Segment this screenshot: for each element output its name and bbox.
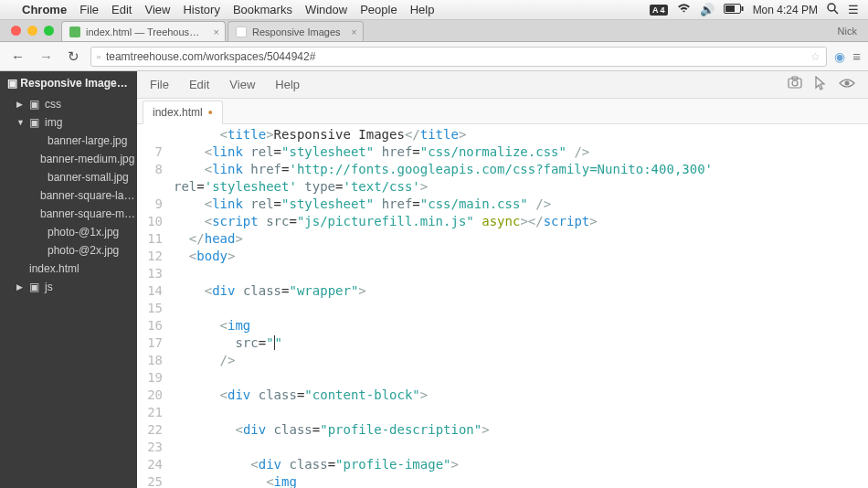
line-number: 13 — [137, 265, 174, 282]
code-content: <div class="content-block"> — [174, 387, 428, 404]
browser-toolbar: ← → ↻ ▫ teamtreehouse.com/workspaces/504… — [0, 42, 868, 71]
mac-menu-bookmarks[interactable]: Bookmarks — [233, 3, 292, 16]
zoom-window-button[interactable] — [44, 26, 54, 36]
bookmark-star-icon[interactable]: ☆ — [810, 50, 820, 63]
line-number: 16 — [137, 317, 174, 334]
window-controls — [4, 26, 61, 36]
disclosure-arrow-icon: ▶ — [16, 100, 24, 109]
minimize-window-button[interactable] — [27, 26, 37, 36]
mac-menu-edit[interactable]: Edit — [111, 3, 132, 16]
code-line[interactable]: 20 <div class="content-block"> — [137, 387, 868, 404]
tree-file[interactable]: photo-@1x.jpg — [0, 223, 137, 241]
code-line[interactable]: 17 src="" — [137, 334, 868, 352]
code-line[interactable]: 12 <body> — [137, 248, 868, 265]
tree-item-label: banner-square-m… — [40, 207, 135, 220]
editor-tab-active[interactable]: index.html • — [143, 101, 223, 124]
camera-icon[interactable] — [788, 76, 802, 93]
reload-button[interactable]: ↻ — [64, 47, 83, 67]
tree-folder[interactable]: ▶▣css — [0, 95, 137, 113]
tree-file[interactable]: photo-@2x.jpg — [0, 241, 137, 260]
battery-icon[interactable] — [724, 3, 744, 16]
favicon-icon — [69, 27, 80, 37]
tab-close-icon[interactable]: × — [351, 27, 356, 37]
tree-item-label: js — [45, 281, 53, 293]
wifi-icon[interactable] — [677, 3, 691, 16]
svg-point-3 — [828, 4, 835, 11]
browser-tab-active[interactable]: index.html — Treehouse … × — [61, 21, 226, 41]
code-line[interactable]: 23 — [137, 439, 868, 456]
code-line[interactable]: 11 </head> — [137, 230, 868, 248]
spotlight-icon[interactable] — [827, 3, 839, 17]
code-line[interactable]: <title>Responsive Images</title> — [137, 126, 868, 143]
browser-tab[interactable]: Responsive Images × — [228, 21, 364, 41]
mac-menu-window[interactable]: Window — [305, 3, 347, 16]
line-number: 15 — [137, 300, 174, 317]
mac-app-name[interactable]: Chrome — [22, 3, 67, 16]
code-line[interactable]: 7 <link rel="stylesheet" href="css/norma… — [137, 143, 868, 161]
chrome-menu-icon[interactable]: ≡ — [852, 48, 861, 64]
code-editor[interactable]: <title>Responsive Images</title>7 <link … — [137, 124, 868, 488]
tree-file[interactable]: index.html — [0, 260, 137, 278]
browser-tab-strip: index.html — Treehouse … × Responsive Im… — [0, 20, 868, 42]
code-line[interactable]: 18 /> — [137, 352, 868, 369]
volume-icon[interactable]: 🔊 — [700, 3, 715, 16]
tree-item-label: photo-@2x.jpg — [48, 244, 119, 257]
cursor-icon[interactable] — [815, 76, 826, 93]
tree-item-label: banner-small.jpg — [48, 171, 129, 184]
line-number: 25 — [137, 473, 174, 488]
editor-menu-file[interactable]: File — [150, 78, 169, 91]
code-content: <body> — [174, 248, 235, 265]
code-line[interactable]: 8 <link href='http://fonts.googleapis.co… — [137, 161, 868, 178]
code-line[interactable]: 10 <script src="js/picturefill.min.js" a… — [137, 213, 868, 230]
code-content: rel='stylesheet' type='text/css'> — [174, 178, 428, 196]
line-number: 7 — [137, 143, 174, 161]
code-line[interactable]: 16 <img — [137, 317, 868, 334]
code-content: <title>Responsive Images</title> — [174, 126, 466, 143]
code-line[interactable]: 15 — [137, 300, 868, 317]
code-content: <div class="profile-description"> — [174, 421, 490, 439]
line-number: 17 — [137, 334, 174, 352]
tree-folder[interactable]: ▼▣img — [0, 113, 137, 132]
tree-folder[interactable]: ▶▣js — [0, 278, 137, 296]
code-line[interactable]: 25 <img — [137, 473, 868, 488]
project-name[interactable]: ▣ Responsive Images -… — [0, 71, 137, 95]
mac-menu-people[interactable]: People — [360, 3, 397, 16]
tree-item-label: banner-medium.jpg — [40, 153, 134, 165]
close-window-button[interactable] — [11, 26, 21, 36]
code-line[interactable]: 22 <div class="profile-description"> — [137, 421, 868, 439]
code-line[interactable]: 21 — [137, 404, 868, 421]
mac-menu-view[interactable]: View — [144, 3, 170, 16]
tab-close-icon[interactable]: × — [214, 27, 219, 37]
profile-button[interactable]: Nick — [827, 26, 868, 37]
tree-file[interactable]: banner-square-m… — [0, 205, 137, 223]
line-number: 24 — [137, 456, 174, 473]
tree-file[interactable]: banner-square-la… — [0, 186, 137, 205]
editor-menu-help[interactable]: Help — [275, 78, 300, 91]
clock[interactable]: Mon 4:24 PM — [753, 4, 818, 16]
code-line[interactable]: 24 <div class="profile-image"> — [137, 456, 868, 473]
editor-area: File Edit View Help index.html • — [137, 71, 868, 488]
preview-eye-icon[interactable] — [839, 76, 855, 93]
code-content: <div class="profile-image"> — [174, 456, 459, 473]
editor-menu-edit[interactable]: Edit — [189, 78, 209, 91]
line-number: 20 — [137, 387, 174, 404]
disclosure-arrow-icon: ▶ — [16, 282, 24, 292]
mac-menu-help[interactable]: Help — [410, 3, 435, 16]
back-button[interactable]: ← — [7, 47, 28, 66]
forward-button[interactable]: → — [36, 47, 57, 66]
address-bar[interactable]: ▫ teamtreehouse.com/workspaces/5044942# … — [90, 47, 827, 67]
code-line[interactable]: rel='stylesheet' type='text/css'> — [137, 178, 868, 196]
code-line[interactable]: 19 — [137, 369, 868, 387]
tree-file[interactable]: banner-medium.jpg — [0, 150, 137, 168]
extension-icon[interactable]: ◉ — [834, 49, 845, 64]
mac-menu-file[interactable]: File — [79, 3, 99, 16]
mac-menu-history[interactable]: History — [183, 3, 219, 16]
tree-file[interactable]: banner-large.jpg — [0, 132, 137, 150]
adobe-badge-icon[interactable]: A 4 — [650, 5, 668, 16]
code-line[interactable]: 13 — [137, 265, 868, 282]
tree-file[interactable]: banner-small.jpg — [0, 168, 137, 186]
code-line[interactable]: 14 <div class="wrapper"> — [137, 282, 868, 300]
code-line[interactable]: 9 <link rel="stylesheet" href="css/main.… — [137, 196, 868, 213]
editor-menu-view[interactable]: View — [229, 78, 255, 91]
notification-center-icon[interactable]: ☰ — [848, 3, 859, 16]
